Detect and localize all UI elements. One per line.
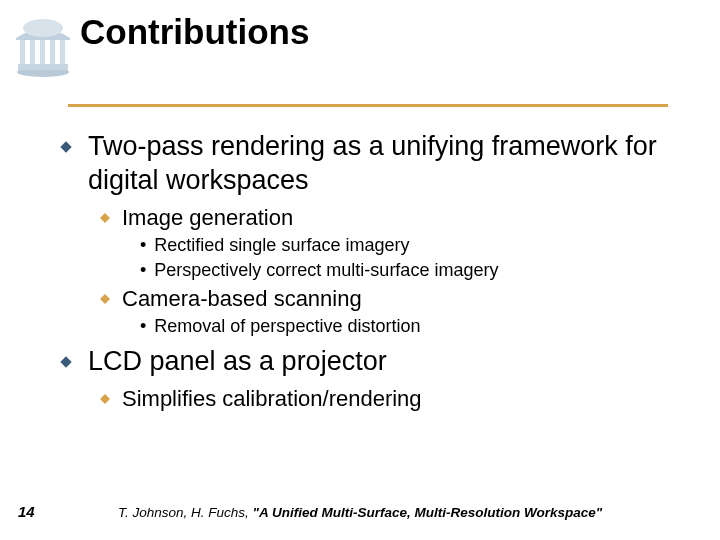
- diamond-bullet-icon: [100, 213, 110, 223]
- svg-rect-8: [60, 141, 71, 152]
- dot-bullet-icon: •: [140, 315, 146, 338]
- title-underline: [68, 104, 668, 107]
- bullet-text: Perspectively correct multi-surface imag…: [154, 259, 498, 282]
- svg-rect-3: [30, 38, 35, 64]
- bullet-level2: Image generation: [100, 204, 680, 233]
- svg-rect-5: [50, 38, 55, 64]
- slide-content: Two-pass rendering as a unifying framewo…: [60, 130, 680, 415]
- svg-rect-10: [100, 294, 110, 304]
- bullet-level1: Two-pass rendering as a unifying framewo…: [60, 130, 680, 198]
- dot-bullet-icon: •: [140, 234, 146, 257]
- diamond-bullet-icon: [100, 294, 110, 304]
- slide: Contributions Two-pass rendering as a un…: [0, 0, 720, 540]
- svg-rect-12: [100, 394, 110, 404]
- diamond-bullet-icon: [100, 394, 110, 404]
- bullet-level3: • Removal of perspective distortion: [140, 315, 680, 338]
- dot-bullet-icon: •: [140, 259, 146, 282]
- citation-authors: T. Johnson, H. Fuchs,: [118, 505, 253, 520]
- header-gradient: [0, 58, 720, 102]
- bullet-text: Two-pass rendering as a unifying framewo…: [88, 130, 680, 198]
- unc-well-logo: [8, 18, 78, 78]
- bullet-text: Image generation: [122, 204, 293, 233]
- bullet-level3: • Perspectively correct multi-surface im…: [140, 259, 680, 282]
- bullet-text: Camera-based scanning: [122, 285, 362, 314]
- bullet-text: Rectified single surface imagery: [154, 234, 409, 257]
- bullet-level1: LCD panel as a projector: [60, 345, 680, 379]
- diamond-bullet-icon: [60, 141, 72, 153]
- svg-point-7: [23, 19, 63, 37]
- bullet-level2: Camera-based scanning: [100, 285, 680, 314]
- svg-rect-6: [60, 38, 65, 64]
- svg-rect-9: [100, 213, 110, 223]
- bullet-text: LCD panel as a projector: [88, 345, 387, 379]
- slide-header: Contributions: [0, 0, 720, 110]
- diamond-bullet-icon: [60, 356, 72, 368]
- svg-rect-11: [60, 356, 71, 367]
- slide-title: Contributions: [80, 12, 309, 52]
- svg-rect-2: [20, 38, 25, 64]
- citation: T. Johnson, H. Fuchs, "A Unified Multi-S…: [0, 505, 720, 520]
- bullet-level2: Simplifies calibration/rendering: [100, 385, 680, 414]
- bullet-text: Removal of perspective distortion: [154, 315, 420, 338]
- bullet-level3: • Rectified single surface imagery: [140, 234, 680, 257]
- svg-rect-1: [18, 64, 68, 70]
- bullet-text: Simplifies calibration/rendering: [122, 385, 422, 414]
- citation-title: "A Unified Multi-Surface, Multi-Resoluti…: [253, 505, 603, 520]
- svg-rect-4: [40, 38, 45, 64]
